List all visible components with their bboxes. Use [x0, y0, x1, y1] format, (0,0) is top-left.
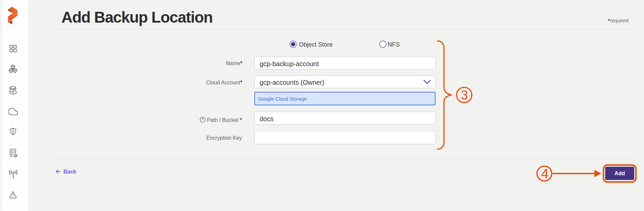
svg-text:3: 3	[461, 88, 468, 102]
svg-text:?: ?	[202, 117, 204, 122]
svg-text:4: 4	[541, 165, 549, 181]
